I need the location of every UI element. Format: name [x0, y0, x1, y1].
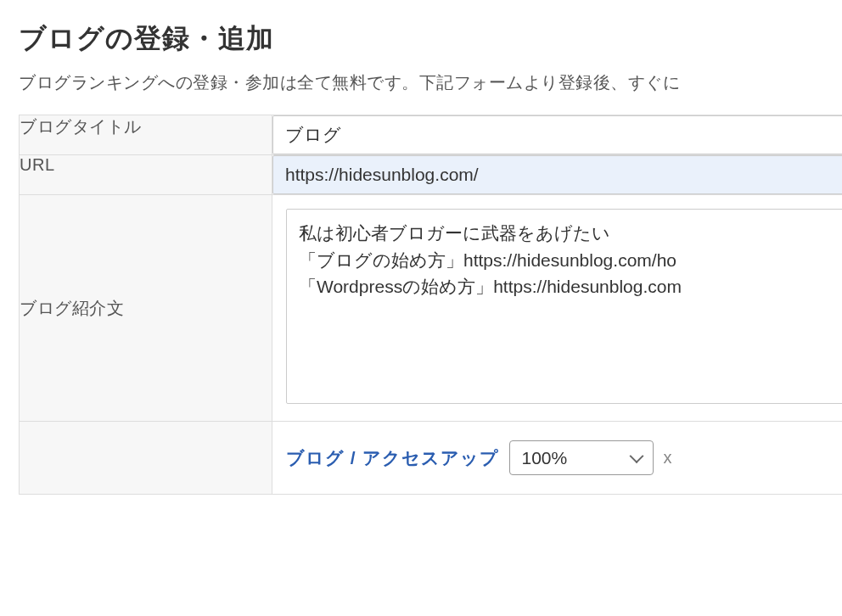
percent-select[interactable]: 100%	[509, 440, 654, 475]
label-category-empty	[20, 422, 272, 495]
row-intro: ブログ紹介文 私は初心者ブロガーに武器をあげたい 「ブログの始め方」https:…	[20, 195, 843, 422]
row-url: URL	[20, 155, 843, 195]
blog-title-input[interactable]	[272, 115, 842, 154]
url-input[interactable]	[272, 155, 842, 194]
remove-category-icon[interactable]: x	[664, 448, 672, 468]
page-description: ブログランキングへの登録・参加は全て無料です。下記フォームより登録後、すぐに	[0, 71, 842, 115]
row-blog-title: ブログタイトル	[20, 115, 843, 155]
intro-textarea[interactable]: 私は初心者ブロガーに武器をあげたい 「ブログの始め方」https://hides…	[286, 209, 842, 404]
row-category: ブログ / アクセスアップ 100% x	[20, 422, 843, 495]
registration-form: ブログタイトル URL ブログ紹介文 私は初心者ブロガーに武器をあげたい 「ブロ…	[19, 115, 842, 495]
label-blog-title: ブログタイトル	[20, 115, 272, 155]
category-link[interactable]: ブログ / アクセスアップ	[286, 446, 499, 470]
label-url: URL	[20, 155, 272, 195]
label-intro: ブログ紹介文	[20, 195, 272, 422]
page-title: ブログの登録・追加	[0, 0, 842, 71]
